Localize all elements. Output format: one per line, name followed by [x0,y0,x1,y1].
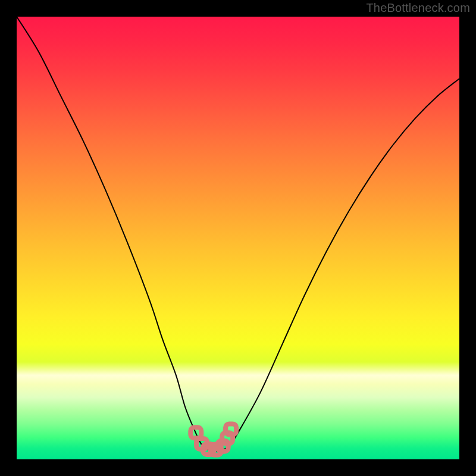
gradient-background [17,17,459,459]
bottleneck-chart [0,0,476,476]
watermark-text: TheBottleneck.com [366,1,470,15]
chart-frame: TheBottleneck.com [0,0,476,476]
